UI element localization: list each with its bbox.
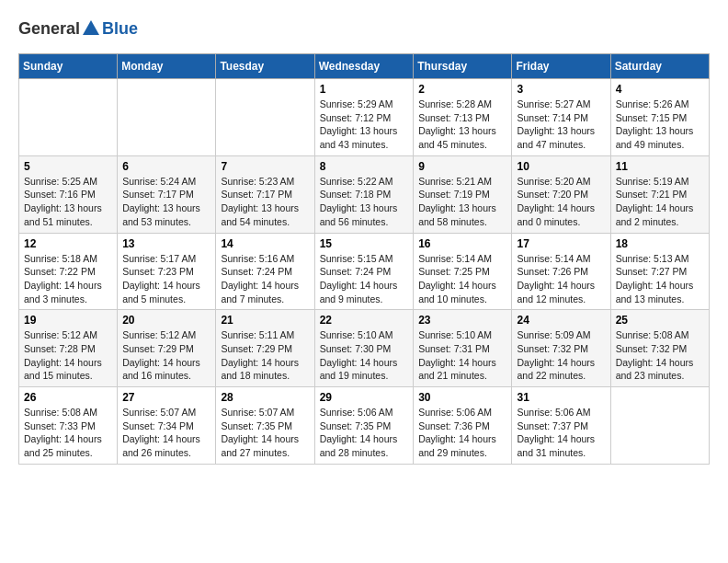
calendar-cell: 1Sunrise: 5:29 AM Sunset: 7:12 PM Daylig… bbox=[314, 79, 414, 156]
day-number: 19 bbox=[24, 314, 112, 327]
day-number: 9 bbox=[418, 160, 506, 173]
day-number: 8 bbox=[320, 160, 409, 173]
calendar-cell bbox=[118, 79, 216, 156]
calendar-cell: 16Sunrise: 5:14 AM Sunset: 7:25 PM Dayli… bbox=[414, 233, 512, 310]
calendar-cell: 19Sunrise: 5:12 AM Sunset: 7:28 PM Dayli… bbox=[19, 310, 118, 387]
calendar-cell: 28Sunrise: 5:07 AM Sunset: 7:35 PM Dayli… bbox=[216, 387, 314, 465]
day-info: Sunrise: 5:07 AM Sunset: 7:35 PM Dayligh… bbox=[221, 406, 309, 460]
calendar-week-row: 12Sunrise: 5:18 AM Sunset: 7:22 PM Dayli… bbox=[19, 233, 710, 310]
day-info: Sunrise: 5:19 AM Sunset: 7:21 PM Dayligh… bbox=[616, 175, 704, 229]
day-info: Sunrise: 5:08 AM Sunset: 7:32 PM Dayligh… bbox=[616, 328, 704, 383]
calendar-cell bbox=[19, 79, 118, 156]
day-info: Sunrise: 5:06 AM Sunset: 7:35 PM Dayligh… bbox=[320, 406, 409, 460]
calendar-cell: 26Sunrise: 5:08 AM Sunset: 7:33 PM Dayli… bbox=[19, 387, 118, 465]
calendar-cell: 30Sunrise: 5:06 AM Sunset: 7:36 PM Dayli… bbox=[414, 387, 512, 465]
logo-icon bbox=[81, 18, 101, 39]
day-info: Sunrise: 5:11 AM Sunset: 7:29 PM Dayligh… bbox=[221, 328, 309, 383]
day-number: 16 bbox=[418, 237, 506, 250]
day-number: 7 bbox=[221, 160, 309, 173]
day-number: 2 bbox=[418, 83, 506, 96]
day-number: 28 bbox=[221, 391, 309, 404]
day-info: Sunrise: 5:25 AM Sunset: 7:16 PM Dayligh… bbox=[24, 175, 112, 229]
calendar-cell: 23Sunrise: 5:10 AM Sunset: 7:31 PM Dayli… bbox=[414, 310, 512, 387]
calendar-cell: 2Sunrise: 5:28 AM Sunset: 7:13 PM Daylig… bbox=[414, 79, 512, 156]
day-number: 21 bbox=[221, 314, 309, 327]
calendar-cell: 14Sunrise: 5:16 AM Sunset: 7:24 PM Dayli… bbox=[216, 233, 314, 310]
calendar-cell: 12Sunrise: 5:18 AM Sunset: 7:22 PM Dayli… bbox=[19, 233, 118, 310]
day-number: 5 bbox=[24, 160, 112, 173]
calendar-cell: 18Sunrise: 5:13 AM Sunset: 7:27 PM Dayli… bbox=[610, 233, 709, 310]
weekday-header-monday: Monday bbox=[118, 54, 216, 79]
day-info: Sunrise: 5:22 AM Sunset: 7:18 PM Dayligh… bbox=[320, 175, 409, 229]
calendar-cell: 7Sunrise: 5:23 AM Sunset: 7:17 PM Daylig… bbox=[216, 155, 314, 233]
calendar-cell: 6Sunrise: 5:24 AM Sunset: 7:17 PM Daylig… bbox=[118, 155, 216, 233]
day-number: 20 bbox=[122, 314, 210, 327]
weekday-header-saturday: Saturday bbox=[610, 54, 709, 79]
calendar-cell: 20Sunrise: 5:12 AM Sunset: 7:29 PM Dayli… bbox=[118, 310, 216, 387]
calendar-cell: 25Sunrise: 5:08 AM Sunset: 7:32 PM Dayli… bbox=[610, 310, 709, 387]
calendar-cell: 27Sunrise: 5:07 AM Sunset: 7:34 PM Dayli… bbox=[118, 387, 216, 465]
calendar-cell: 17Sunrise: 5:14 AM Sunset: 7:26 PM Dayli… bbox=[512, 233, 610, 310]
day-number: 11 bbox=[616, 160, 704, 173]
logo: General Blue bbox=[18, 18, 138, 39]
weekday-header-thursday: Thursday bbox=[414, 54, 512, 79]
day-number: 15 bbox=[320, 237, 409, 250]
calendar-cell: 9Sunrise: 5:21 AM Sunset: 7:19 PM Daylig… bbox=[414, 155, 512, 233]
day-number: 6 bbox=[122, 160, 210, 173]
calendar-week-row: 19Sunrise: 5:12 AM Sunset: 7:28 PM Dayli… bbox=[19, 310, 710, 387]
calendar-cell: 29Sunrise: 5:06 AM Sunset: 7:35 PM Dayli… bbox=[314, 387, 414, 465]
weekday-header-tuesday: Tuesday bbox=[216, 54, 314, 79]
calendar-cell bbox=[610, 387, 709, 465]
calendar-cell: 3Sunrise: 5:27 AM Sunset: 7:14 PM Daylig… bbox=[512, 79, 610, 156]
logo-blue-text: Blue bbox=[102, 19, 138, 39]
day-info: Sunrise: 5:23 AM Sunset: 7:17 PM Dayligh… bbox=[221, 175, 309, 229]
calendar-cell: 31Sunrise: 5:06 AM Sunset: 7:37 PM Dayli… bbox=[512, 387, 610, 465]
day-number: 14 bbox=[221, 237, 309, 250]
day-number: 25 bbox=[616, 314, 704, 327]
calendar-cell: 8Sunrise: 5:22 AM Sunset: 7:18 PM Daylig… bbox=[314, 155, 414, 233]
calendar-cell: 22Sunrise: 5:10 AM Sunset: 7:30 PM Dayli… bbox=[314, 310, 414, 387]
calendar-cell: 21Sunrise: 5:11 AM Sunset: 7:29 PM Dayli… bbox=[216, 310, 314, 387]
day-info: Sunrise: 5:17 AM Sunset: 7:23 PM Dayligh… bbox=[122, 252, 210, 306]
calendar-table: SundayMondayTuesdayWednesdayThursdayFrid… bbox=[18, 53, 710, 465]
day-info: Sunrise: 5:16 AM Sunset: 7:24 PM Dayligh… bbox=[221, 252, 309, 306]
day-number: 4 bbox=[616, 83, 704, 96]
calendar-cell: 5Sunrise: 5:25 AM Sunset: 7:16 PM Daylig… bbox=[19, 155, 118, 233]
day-info: Sunrise: 5:06 AM Sunset: 7:37 PM Dayligh… bbox=[517, 406, 605, 460]
day-info: Sunrise: 5:15 AM Sunset: 7:24 PM Dayligh… bbox=[320, 252, 409, 306]
day-info: Sunrise: 5:07 AM Sunset: 7:34 PM Dayligh… bbox=[122, 406, 210, 460]
day-info: Sunrise: 5:28 AM Sunset: 7:13 PM Dayligh… bbox=[418, 98, 506, 152]
day-number: 30 bbox=[418, 391, 506, 404]
day-number: 31 bbox=[517, 391, 605, 404]
day-number: 12 bbox=[24, 237, 112, 250]
day-info: Sunrise: 5:06 AM Sunset: 7:36 PM Dayligh… bbox=[418, 406, 506, 460]
calendar-week-row: 5Sunrise: 5:25 AM Sunset: 7:16 PM Daylig… bbox=[19, 155, 710, 233]
svg-marker-0 bbox=[83, 20, 99, 35]
day-info: Sunrise: 5:12 AM Sunset: 7:28 PM Dayligh… bbox=[24, 328, 112, 383]
day-info: Sunrise: 5:09 AM Sunset: 7:32 PM Dayligh… bbox=[517, 328, 605, 383]
day-info: Sunrise: 5:12 AM Sunset: 7:29 PM Dayligh… bbox=[122, 328, 210, 383]
day-number: 22 bbox=[320, 314, 409, 327]
day-number: 13 bbox=[122, 237, 210, 250]
day-number: 10 bbox=[517, 160, 605, 173]
day-info: Sunrise: 5:24 AM Sunset: 7:17 PM Dayligh… bbox=[122, 175, 210, 229]
logo-general-text: General bbox=[18, 19, 80, 39]
day-info: Sunrise: 5:21 AM Sunset: 7:19 PM Dayligh… bbox=[418, 175, 506, 229]
day-number: 3 bbox=[517, 83, 605, 96]
day-info: Sunrise: 5:29 AM Sunset: 7:12 PM Dayligh… bbox=[320, 98, 409, 152]
day-info: Sunrise: 5:10 AM Sunset: 7:31 PM Dayligh… bbox=[418, 328, 506, 383]
day-number: 27 bbox=[122, 391, 210, 404]
calendar-week-row: 1Sunrise: 5:29 AM Sunset: 7:12 PM Daylig… bbox=[19, 79, 710, 156]
day-number: 24 bbox=[517, 314, 605, 327]
calendar-cell: 11Sunrise: 5:19 AM Sunset: 7:21 PM Dayli… bbox=[610, 155, 709, 233]
weekday-header-wednesday: Wednesday bbox=[314, 54, 414, 79]
calendar-cell bbox=[216, 79, 314, 156]
day-number: 1 bbox=[320, 83, 409, 96]
calendar-cell: 10Sunrise: 5:20 AM Sunset: 7:20 PM Dayli… bbox=[512, 155, 610, 233]
day-info: Sunrise: 5:14 AM Sunset: 7:25 PM Dayligh… bbox=[418, 252, 506, 306]
day-info: Sunrise: 5:13 AM Sunset: 7:27 PM Dayligh… bbox=[616, 252, 704, 306]
calendar-cell: 15Sunrise: 5:15 AM Sunset: 7:24 PM Dayli… bbox=[314, 233, 414, 310]
day-info: Sunrise: 5:08 AM Sunset: 7:33 PM Dayligh… bbox=[24, 406, 112, 460]
calendar-cell: 24Sunrise: 5:09 AM Sunset: 7:32 PM Dayli… bbox=[512, 310, 610, 387]
day-number: 26 bbox=[24, 391, 112, 404]
